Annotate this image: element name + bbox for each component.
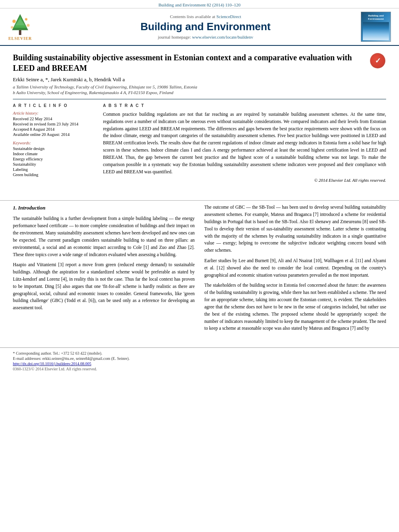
keyword-0: Sustainable design (13, 146, 93, 151)
intro-para3: The outcome of GBC — the SB-Tool — has b… (204, 204, 386, 254)
issn-text: 0360-1323/© 2014 Elsevier Ltd. All right… (13, 367, 386, 371)
abstract-column: A B S T R A C T Common practice building… (103, 103, 386, 183)
svg-rect-0 (19, 30, 21, 35)
body-two-col: 1. Introduction The sustainable building… (13, 204, 386, 335)
sciencedirect-line: Contents lists available at ScienceDirec… (60, 14, 351, 19)
corresponding-footnote: * Corresponding author. Tel.: +372 52 63… (13, 351, 386, 355)
crossmark-icon (370, 53, 385, 68)
keyword-1: Indoor climate (13, 152, 93, 156)
body-area: 1. Introduction The sustainable building… (0, 204, 399, 343)
received-revised-date: Received in revised form 23 July 2014 (13, 122, 93, 126)
elsevier-label: ELSEVIER (8, 36, 32, 41)
header-right: Building andEnvironment (351, 12, 391, 42)
intro-para1: The sustainable building is a further de… (13, 215, 195, 258)
available-date: Available online 20 August: 2014 (13, 132, 93, 137)
footnote-area: * Corresponding author. Tel.: +372 52 63… (0, 347, 399, 373)
keyword-5: Green building (13, 173, 93, 177)
journal-title: Building and Environment (60, 21, 351, 33)
section-divider (0, 200, 399, 201)
svg-point-4 (12, 20, 16, 23)
header-left: ELSEVIER (8, 13, 60, 41)
doi-link[interactable]: http://dx.doi.org/10.1016/j.buildenv.201… (13, 362, 386, 366)
email-footnote: E-mail addresses: erkki.seinre@ttu.ee, s… (13, 356, 386, 361)
abstract-label: A B S T R A C T (103, 103, 386, 108)
intro-heading: 1. Introduction (13, 204, 195, 212)
accepted-date: Accepted 8 August 2014 (13, 127, 93, 131)
affiliations: a Tallinn University of Technology, Facu… (13, 84, 386, 95)
journal-header: ELSEVIER Contents lists available at Sci… (0, 8, 399, 46)
article-history: Article history: Received 22 May 2014 Re… (13, 111, 93, 137)
intro-para5: The stakeholders of the building sector … (204, 282, 386, 332)
article-info-column: A R T I C L E I N F O Article history: R… (13, 103, 93, 183)
authors-line: Erkki Seinre a, *, Jarek Kurnitski a, b,… (13, 76, 386, 83)
keywords-section: Keywords: Sustainable design Indoor clim… (13, 141, 93, 177)
journal-homepage-line: journal homepage: www.elsevier.com/locat… (60, 35, 351, 39)
svg-point-5 (25, 18, 27, 21)
body-col-right: The outcome of GBC — the SB-Tool — has b… (204, 204, 386, 335)
citation-text: Building and Environment 82 (2014) 110–1… (158, 2, 241, 7)
intro-para2: Haapio and Viitaniemi [3] report a move … (13, 261, 195, 312)
keyword-3: Sustainability (13, 162, 93, 166)
keywords-label: Keywords: (13, 141, 93, 145)
journal-topbar: Building and Environment 82 (2014) 110–1… (0, 0, 399, 8)
header-center: Contents lists available at ScienceDirec… (60, 14, 351, 39)
article-info-abstract: A R T I C L E I N F O Article history: R… (13, 99, 386, 183)
journal-cover-image: Building andEnvironment (361, 12, 391, 42)
elsevier-tree-icon (8, 13, 32, 35)
sciencedirect-link[interactable]: ScienceDirect (216, 14, 241, 19)
journal-homepage-link[interactable]: www.elsevier.com/locate/buildenv (192, 35, 253, 39)
keyword-4: Labeling (13, 167, 93, 172)
elsevier-logo: ELSEVIER (8, 13, 32, 41)
svg-point-7 (27, 24, 30, 27)
abstract-text: Common practice building regulations are… (103, 111, 386, 175)
received-date: Received 22 May 2014 (13, 117, 93, 121)
affiliation-a: a Tallinn University of Technology, Facu… (13, 84, 386, 89)
crossmark-badge (369, 52, 386, 69)
article-title: Building sustainability objective assess… (13, 52, 364, 73)
abstract-copyright: © 2014 Elsevier Ltd. All rights reserved… (103, 178, 386, 183)
body-col-left: 1. Introduction The sustainable building… (13, 204, 195, 335)
intro-para4: Earlier studies by Lee and Burnett [9], … (204, 257, 386, 279)
keyword-2: Energy efficiency (13, 157, 93, 161)
svg-point-6 (11, 26, 13, 29)
article-info-label: A R T I C L E I N F O (13, 103, 93, 108)
article-title-row: Building sustainability objective assess… (13, 52, 386, 73)
history-label: Article history: (13, 111, 93, 115)
affiliation-b: b Aalto University, School of Engineerin… (13, 90, 386, 95)
article-area: Building sustainability objective assess… (0, 46, 399, 197)
